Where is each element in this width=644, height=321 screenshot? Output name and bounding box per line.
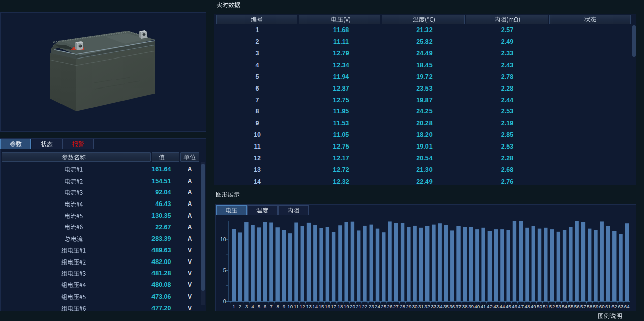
svg-text:21: 21	[356, 304, 361, 309]
svg-text:60: 60	[599, 304, 605, 309]
svg-text:30: 30	[412, 304, 418, 309]
svg-text:27: 27	[393, 304, 399, 309]
svg-text:64: 64	[624, 304, 630, 309]
svg-text:42: 42	[487, 304, 493, 309]
svg-text:32: 32	[424, 304, 430, 309]
svg-text:37: 37	[456, 304, 462, 309]
svg-text:3: 3	[245, 304, 248, 309]
svg-text:51: 51	[543, 304, 548, 309]
svg-text:26: 26	[387, 304, 393, 309]
svg-text:5: 5	[258, 304, 261, 309]
svg-text:56: 56	[574, 304, 580, 309]
svg-text:55: 55	[568, 304, 573, 309]
svg-text:23: 23	[369, 304, 374, 309]
svg-text:15: 15	[319, 304, 324, 309]
svg-text:35: 35	[443, 304, 449, 309]
svg-text:33: 33	[431, 304, 436, 309]
svg-text:12: 12	[300, 304, 305, 309]
svg-text:49: 49	[531, 304, 536, 309]
svg-text:29: 29	[406, 304, 411, 309]
svg-text:44: 44	[499, 304, 505, 309]
svg-text:61: 61	[605, 304, 611, 309]
svg-text:57: 57	[580, 304, 586, 309]
svg-text:1: 1	[233, 304, 235, 309]
svg-text:9: 9	[283, 304, 285, 309]
svg-text:17: 17	[331, 304, 336, 309]
svg-text:6: 6	[264, 304, 267, 309]
svg-text:4: 4	[251, 304, 254, 309]
svg-text:0: 0	[223, 298, 226, 304]
svg-text:16: 16	[325, 304, 330, 309]
svg-text:46: 46	[512, 304, 517, 309]
svg-text:8: 8	[276, 304, 279, 309]
svg-text:10: 10	[287, 304, 293, 309]
svg-text:63: 63	[618, 304, 624, 309]
svg-text:36: 36	[449, 304, 455, 309]
svg-text:18: 18	[337, 304, 343, 309]
svg-text:39: 39	[468, 304, 474, 309]
svg-text:34: 34	[437, 304, 443, 309]
svg-text:52: 52	[549, 304, 555, 309]
svg-text:40: 40	[474, 304, 480, 309]
svg-text:59: 59	[593, 304, 599, 309]
svg-text:22: 22	[362, 304, 368, 309]
svg-text:11: 11	[294, 304, 299, 309]
svg-text:47: 47	[518, 304, 524, 309]
svg-text:58: 58	[587, 304, 592, 309]
svg-text:25: 25	[381, 304, 386, 309]
svg-text:54: 54	[562, 304, 567, 309]
svg-text:53: 53	[556, 304, 561, 309]
svg-text:43: 43	[493, 304, 499, 309]
svg-text:20: 20	[350, 304, 355, 309]
svg-text:50: 50	[537, 304, 542, 309]
svg-text:38: 38	[462, 304, 468, 309]
svg-text:24: 24	[375, 304, 380, 309]
svg-text:31: 31	[418, 304, 424, 309]
svg-text:62: 62	[611, 304, 617, 309]
svg-text:19: 19	[344, 304, 349, 309]
svg-text:2: 2	[239, 304, 241, 309]
svg-text:7: 7	[270, 304, 272, 309]
svg-text:10: 10	[220, 236, 226, 242]
svg-text:13: 13	[306, 304, 312, 309]
svg-text:45: 45	[506, 304, 511, 309]
svg-text:41: 41	[481, 304, 486, 309]
svg-text:48: 48	[525, 304, 530, 309]
svg-text:14: 14	[312, 304, 318, 309]
svg-text:5: 5	[223, 267, 226, 273]
svg-text:28: 28	[400, 304, 405, 309]
